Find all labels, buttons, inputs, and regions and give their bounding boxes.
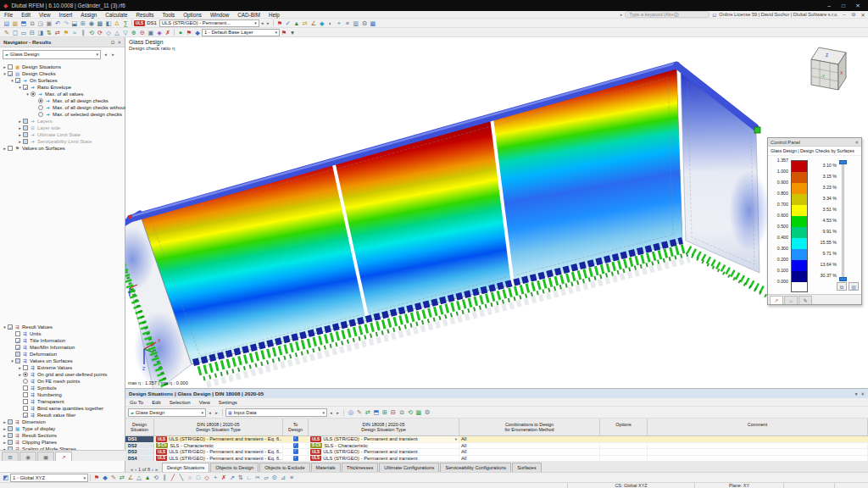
ds-type-select-text[interactable]: ULS (STR/GEO) - Permanent and transient xyxy=(323,456,417,461)
tree-item[interactable]: ▾ ⇶ Result Values xyxy=(0,324,125,330)
tree-item[interactable]: ▸ ⚑ Values on Surfaces xyxy=(0,145,125,152)
expander-icon[interactable]: ▸ xyxy=(17,125,23,130)
cp-tab-home[interactable]: ⌂ xyxy=(784,296,798,304)
options-cell[interactable] xyxy=(600,443,648,449)
scale-slider-top-handle[interactable] xyxy=(839,160,847,164)
flag-red-icon[interactable]: ⚑ xyxy=(280,28,288,37)
minimize-button[interactable]: – xyxy=(822,1,836,10)
tree-item[interactable]: ▾ ➜ Ratio Envelope xyxy=(0,84,125,91)
menu-item[interactable]: View xyxy=(35,11,55,19)
tree-item[interactable]: ⇶ Units xyxy=(0,330,125,337)
table-tab[interactable]: Objects to Exclude xyxy=(259,463,309,472)
tree-checkbox[interactable] xyxy=(38,105,43,110)
tree-item[interactable]: ▸ ⇶ On grid and user-defined points xyxy=(0,371,125,378)
angle-icon[interactable]: ∠ xyxy=(126,473,135,482)
col-comment[interactable]: Comment xyxy=(648,419,868,435)
addon-combo[interactable]: ▰ Glass Design▾ xyxy=(3,50,101,59)
tree-checkbox[interactable] xyxy=(23,379,28,384)
col-options[interactable]: Options xyxy=(600,419,648,435)
group-prev-button[interactable]: ◂ xyxy=(328,410,334,415)
menu-item[interactable]: CAD-BIM xyxy=(233,11,264,19)
more-icon[interactable]: ▾ xyxy=(288,28,297,37)
tree-item[interactable]: ⇶ On FE mesh points xyxy=(0,378,125,385)
tree-item[interactable]: ▾ ➜ On Surfaces xyxy=(0,77,125,84)
tree-item[interactable]: ⇶ Max/Min Information xyxy=(0,344,125,351)
table-tab[interactable]: Surfaces xyxy=(512,463,541,472)
options-cell[interactable] xyxy=(600,436,648,442)
print-icon[interactable]: ⧉ xyxy=(28,19,36,28)
comment-cell[interactable] xyxy=(648,443,868,449)
search-expand-icon[interactable]: ▸ xyxy=(620,12,623,17)
save-icon[interactable]: ⬒ xyxy=(19,19,28,28)
move-mode-icon[interactable]: ⇄ xyxy=(118,473,126,482)
model-3d-scene[interactable]: X Y Z Z -Y X xyxy=(125,37,868,388)
table-tab[interactable]: Design Situations xyxy=(162,463,209,472)
swap-tool-icon[interactable]: ⇅ xyxy=(236,473,245,482)
node-icon[interactable]: ◻ xyxy=(11,28,19,37)
next-loadcase-button[interactable]: ▸ xyxy=(265,20,271,25)
undo-icon[interactable]: ↶ xyxy=(53,19,62,28)
model-viewport[interactable]: X Y Z Z -Y X Glass Design Design check r… xyxy=(125,37,868,388)
delete-icon[interactable]: ✗ xyxy=(164,28,172,37)
line-tool-icon[interactable]: ╱ xyxy=(169,473,177,482)
visibility-icon[interactable]: ◐ xyxy=(326,19,335,28)
new-file-icon[interactable]: ▤ xyxy=(3,19,11,28)
corner-tool-icon[interactable]: ∟ xyxy=(245,473,253,482)
expander-icon[interactable]: ▸ xyxy=(2,426,8,431)
tree-item[interactable]: ▾ ⇶ Values on Surfaces xyxy=(0,358,125,364)
tree-checkbox[interactable] xyxy=(23,413,28,418)
feedback-icon[interactable]: ⊡ xyxy=(712,12,716,18)
col-combinations[interactable]: Combinations to Designfor Enumeration Me… xyxy=(459,419,600,435)
dimension-icon[interactable]: ◇ xyxy=(104,28,113,37)
parallel-icon[interactable]: ∥ xyxy=(160,473,169,482)
navigation-cube[interactable]: Z -Y X xyxy=(811,47,846,90)
snap-list-icon[interactable]: ≡ xyxy=(343,19,352,28)
tree-item[interactable]: ▾ ➜ Max. of all values xyxy=(0,91,125,97)
tree-item[interactable]: ▸ ➜ Layers xyxy=(0,118,125,125)
close-button[interactable]: ✕ xyxy=(851,1,865,10)
sections-icon[interactable]: ∠ xyxy=(309,19,318,28)
menu-item[interactable]: Help xyxy=(264,11,284,19)
cp-display-options-button[interactable]: ▥ xyxy=(849,282,859,291)
copy-icon[interactable]: ◳ xyxy=(36,19,45,28)
col-to-design[interactable]: ToDesign xyxy=(283,419,309,435)
options-cell[interactable] xyxy=(600,449,648,455)
tree-checkbox[interactable] xyxy=(15,331,20,336)
solid-icon[interactable]: ◨ xyxy=(36,28,45,37)
save-table-icon[interactable]: ⬒ xyxy=(372,408,381,417)
grid-toggle-icon[interactable]: ⚑ xyxy=(92,473,101,482)
gem-icon[interactable]: ◈ xyxy=(155,28,164,37)
rect-tool-icon[interactable]: □ xyxy=(194,473,203,482)
block-icon[interactable]: ▣ xyxy=(147,28,155,37)
view-iso-icon[interactable]: ⬓ xyxy=(70,19,79,28)
dock-dropdown-icon[interactable]: ▾ xyxy=(855,391,858,396)
redo-icon[interactable]: ↷ xyxy=(62,19,70,28)
settings-icon[interactable]: ⚙ xyxy=(360,19,369,28)
table-row[interactable]: DS3 ULS ULS (STR/GEO) - Permanent and tr… xyxy=(125,449,868,456)
menu-item[interactable]: Calculate xyxy=(101,11,131,19)
tree-checkbox[interactable] xyxy=(23,125,28,130)
rotate-left-icon[interactable]: ⟲ xyxy=(87,28,96,37)
surface-icon[interactable]: ⊟ xyxy=(28,28,36,37)
to-design-checkbox[interactable] xyxy=(293,436,298,441)
solid-triangle-icon[interactable]: ▲ xyxy=(143,473,152,482)
workplane-icon[interactable]: ◩ xyxy=(2,473,10,482)
tree-checkbox[interactable] xyxy=(23,139,28,144)
edit-icon[interactable]: ✎ xyxy=(3,28,11,37)
tree-item[interactable]: ▸ ▣ Design Situations xyxy=(0,64,125,70)
cp-tab-style[interactable]: ✎ xyxy=(798,296,812,304)
tree-checkbox[interactable] xyxy=(8,146,13,151)
tree-checkbox[interactable] xyxy=(31,92,36,97)
tree-checkbox[interactable] xyxy=(23,372,28,377)
load-icon[interactable]: ⇄ xyxy=(53,28,62,37)
tree-item[interactable]: ⇶ Deformation xyxy=(0,351,125,358)
expander-icon[interactable]: ▾ xyxy=(2,324,8,330)
expander-icon[interactable]: ▸ xyxy=(2,146,8,151)
tree-item[interactable]: ▸ ▦ Type of display xyxy=(0,425,125,432)
zoom-fit-icon[interactable]: ◉ xyxy=(87,19,96,28)
snap-toggle-icon[interactable]: ◆ xyxy=(101,473,109,482)
child-restore-button[interactable]: ⧉ xyxy=(850,12,857,18)
tree-item[interactable]: ▸ ⇶ Extreme Values xyxy=(0,364,125,371)
ds-type-select-text[interactable]: ULS (STR/GEO) - Permanent and transient xyxy=(323,449,417,454)
triangle-down-icon[interactable]: ▽ xyxy=(121,28,130,37)
